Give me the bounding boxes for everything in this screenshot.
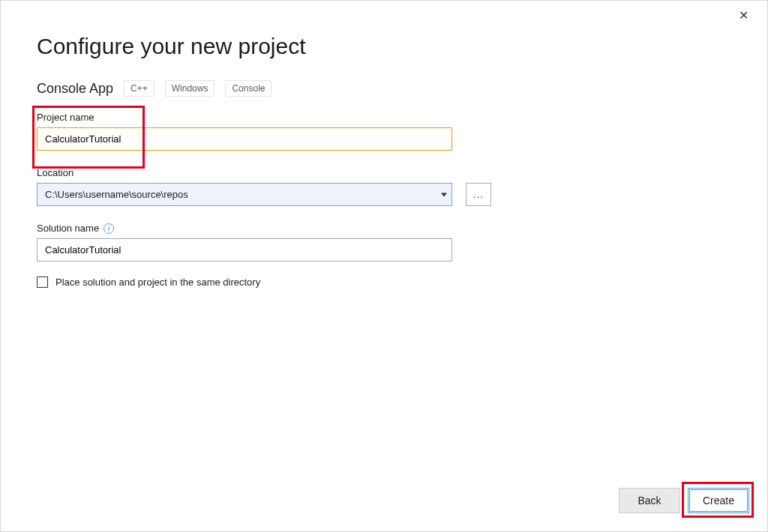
solution-name-label: Solution name i: [37, 223, 731, 234]
template-tag: Console: [225, 80, 272, 97]
location-value: C:\Users\username\source\repos: [45, 189, 188, 200]
same-directory-checkbox[interactable]: [37, 276, 48, 288]
template-row: Console App C++ Windows Console: [37, 80, 731, 97]
back-button-label: Back: [638, 495, 661, 507]
location-label: Location: [37, 167, 731, 178]
close-icon: ✕: [739, 9, 748, 22]
project-name-label: Project name: [37, 112, 731, 123]
dialog-footer: Back Create: [619, 488, 749, 513]
page-title: Configure your new project: [37, 34, 731, 59]
solution-name-input[interactable]: [37, 238, 452, 262]
project-name-group: Project name: [37, 112, 731, 151]
solution-name-label-text: Solution name: [37, 223, 99, 234]
template-tag: C++: [124, 80, 154, 97]
close-button[interactable]: ✕: [734, 7, 752, 25]
ellipsis-icon: ...: [473, 189, 484, 200]
location-row: C:\Users\username\source\repos ...: [37, 183, 731, 206]
create-button-label: Create: [703, 495, 734, 507]
same-directory-label: Place solution and project in the same d…: [56, 276, 260, 288]
create-button[interactable]: Create: [688, 488, 749, 513]
solution-name-group: Solution name i: [37, 223, 731, 262]
back-button[interactable]: Back: [619, 488, 680, 513]
template-tag: Windows: [165, 80, 215, 97]
location-group: Location C:\Users\username\source\repos …: [37, 167, 731, 206]
template-name: Console App: [37, 81, 113, 97]
dialog-window: ✕ Configure your new project Console App…: [0, 0, 768, 532]
chevron-down-icon: [441, 193, 447, 196]
same-directory-row: Place solution and project in the same d…: [37, 276, 731, 288]
browse-button[interactable]: ...: [466, 183, 491, 206]
project-name-input[interactable]: [37, 127, 452, 151]
dialog-content: Configure your new project Console App C…: [1, 1, 767, 288]
info-icon[interactable]: i: [104, 223, 114, 234]
location-combobox[interactable]: C:\Users\username\source\repos: [37, 183, 452, 206]
